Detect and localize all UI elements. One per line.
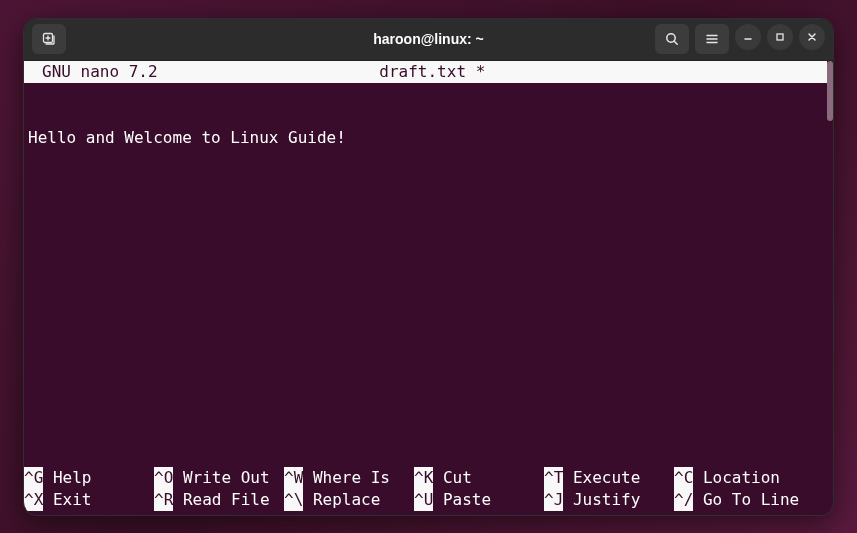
- editor-line: Hello and Welcome to Linux Guide!: [28, 127, 829, 149]
- close-button[interactable]: [799, 24, 825, 50]
- nano-filename: draft.txt *: [38, 61, 827, 83]
- nano-editor-body[interactable]: Hello and Welcome to Linux Guide!: [24, 83, 833, 467]
- shortcut-label: Execute: [563, 467, 640, 489]
- new-tab-button[interactable]: [32, 24, 66, 54]
- shortcut-key: ^C: [674, 467, 693, 489]
- shortcut-item: ^C Location: [674, 467, 804, 489]
- scrollbar[interactable]: [827, 61, 833, 121]
- shortcut-row: ^G Help^O Write Out^W Where Is^K Cut^T E…: [24, 467, 833, 489]
- search-icon: [664, 31, 680, 47]
- maximize-icon: [774, 31, 786, 43]
- shortcut-key: ^U: [414, 489, 433, 511]
- shortcut-key: ^X: [24, 489, 43, 511]
- shortcut-item: ^W Where Is: [284, 467, 414, 489]
- new-tab-icon: [41, 31, 57, 47]
- shortcut-row: ^X Exit^R Read File^\ Replace^U Paste^J …: [24, 489, 833, 511]
- shortcut-item: ^G Help: [24, 467, 154, 489]
- shortcut-key: ^O: [154, 467, 173, 489]
- nano-shortcut-bar: ^G Help^O Write Out^W Where Is^K Cut^T E…: [24, 467, 833, 515]
- shortcut-label: Cut: [433, 467, 472, 489]
- shortcut-label: Help: [43, 467, 91, 489]
- terminal-area[interactable]: GNU nano 7.2 draft.txt * Hello and Welco…: [24, 61, 833, 515]
- window-title: haroon@linux: ~: [373, 31, 484, 47]
- menu-button[interactable]: [695, 24, 729, 54]
- close-icon: [806, 31, 818, 43]
- shortcut-label: Read File: [173, 489, 269, 511]
- hamburger-icon: [704, 31, 720, 47]
- shortcut-label: Replace: [303, 489, 380, 511]
- maximize-button[interactable]: [767, 24, 793, 50]
- minimize-icon: [742, 31, 754, 43]
- minimize-button[interactable]: [735, 24, 761, 50]
- shortcut-item: ^T Execute: [544, 467, 674, 489]
- shortcut-item: ^J Justify: [544, 489, 674, 511]
- shortcut-item: ^R Read File: [154, 489, 284, 511]
- shortcut-key: ^K: [414, 467, 433, 489]
- shortcut-item: ^/ Go To Line: [674, 489, 804, 511]
- shortcut-key: ^/: [674, 489, 693, 511]
- shortcut-item: ^O Write Out: [154, 467, 284, 489]
- shortcut-item: ^K Cut: [414, 467, 544, 489]
- shortcut-key: ^W: [284, 467, 303, 489]
- shortcut-key: ^J: [544, 489, 563, 511]
- shortcut-item: ^X Exit: [24, 489, 154, 511]
- shortcut-label: Go To Line: [693, 489, 799, 511]
- shortcut-item: ^\ Replace: [284, 489, 414, 511]
- titlebar: haroon@linux: ~: [24, 19, 833, 61]
- search-button[interactable]: [655, 24, 689, 54]
- shortcut-key: ^G: [24, 467, 43, 489]
- terminal-window: haroon@linux: ~: [23, 18, 834, 516]
- shortcut-label: Write Out: [173, 467, 269, 489]
- shortcut-item: ^U Paste: [414, 489, 544, 511]
- svg-rect-2: [777, 34, 783, 40]
- shortcut-label: Exit: [43, 489, 91, 511]
- shortcut-label: Where Is: [303, 467, 390, 489]
- shortcut-label: Location: [693, 467, 780, 489]
- shortcut-key: ^T: [544, 467, 563, 489]
- shortcut-label: Justify: [563, 489, 640, 511]
- shortcut-key: ^R: [154, 489, 173, 511]
- shortcut-key: ^\: [284, 489, 303, 511]
- nano-titlebar: GNU nano 7.2 draft.txt *: [24, 61, 827, 83]
- shortcut-label: Paste: [433, 489, 491, 511]
